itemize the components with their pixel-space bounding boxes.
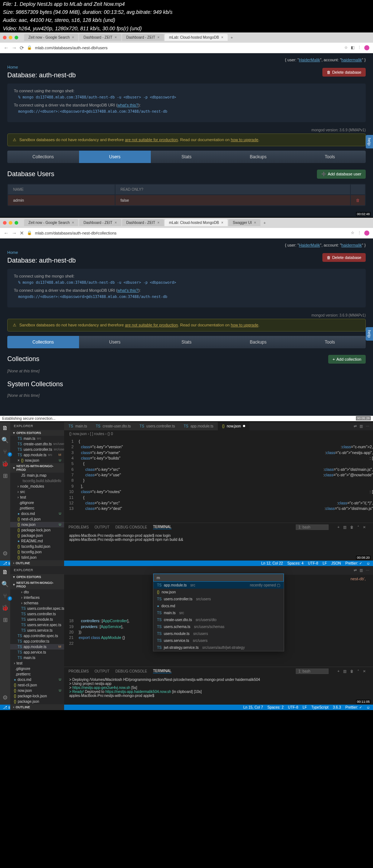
maximize-icon[interactable] <box>15 221 18 225</box>
chevron-up-icon[interactable]: ˄ <box>357 669 359 673</box>
quick-open-input[interactable] <box>153 574 284 582</box>
sidebar-item[interactable]: {}now.jsonU <box>10 522 64 527</box>
status-item[interactable]: TypeScript <box>311 705 328 709</box>
trash-icon[interactable]: 🗑 <box>350 669 354 673</box>
status-item[interactable]: LF <box>303 705 307 709</box>
sidebar-item[interactable]: ×{}now.jsonU <box>10 458 64 463</box>
output-tab[interactable]: OUTPUT <box>95 669 110 673</box>
back-icon[interactable]: ← <box>4 230 9 236</box>
editor-breadcrumb[interactable]: {} now.json › [ ] routes › {} 0 <box>64 430 373 437</box>
forward-icon[interactable]: → <box>12 45 17 51</box>
status-item[interactable]: 3.6.3 <box>333 705 341 709</box>
quickopen-item[interactable]: TSusers.schema.tssrc/users/schemas <box>153 623 284 630</box>
sidebar-item[interactable]: .gitignore <box>10 500 64 505</box>
sidebar-item[interactable]: JSmain.js.map <box>10 473 64 478</box>
editor-tab[interactable]: TScreate-user.dto.ts <box>91 422 135 430</box>
extensions-icon[interactable]: ⊞ <box>3 616 8 623</box>
menu-icon[interactable]: ⋮ <box>357 45 361 50</box>
sidebar-item[interactable]: tsconfig.build.tsbuildinfo <box>10 478 64 484</box>
close-icon[interactable]: × <box>72 35 74 39</box>
browser-tab[interactable]: Swagger UI× <box>228 219 260 226</box>
sidebar-item[interactable]: {}nest-cli.json <box>10 516 64 522</box>
menu-icon[interactable]: ⋮ <box>357 230 361 235</box>
open-editors-section[interactable]: ▾OPEN EDITORS <box>10 430 64 436</box>
back-icon[interactable]: ← <box>4 45 9 51</box>
sidebar-item[interactable]: TSusers.module.ts <box>10 617 64 622</box>
debug-icon[interactable]: 🐞 <box>1 604 9 611</box>
tab-users[interactable]: Users <box>79 336 151 348</box>
split-icon[interactable]: ▥ <box>343 525 346 529</box>
compare-icon[interactable]: ⇄ <box>354 424 357 428</box>
terminal-tab[interactable]: TERMINAL <box>153 525 172 529</box>
close-icon[interactable]: × <box>157 35 160 39</box>
debug-console-tab[interactable]: DEBUG CONSOLE <box>115 669 147 673</box>
sidebar-item[interactable]: {}package.json <box>10 699 64 704</box>
star-icon[interactable]: ☆ <box>351 230 354 235</box>
gear-icon[interactable]: ⚙ <box>3 550 8 557</box>
sidebar-item[interactable]: .prettierrc <box>10 505 64 511</box>
upgrade-link[interactable]: how to upgrade <box>231 137 258 142</box>
tab-users[interactable]: Users <box>79 151 151 163</box>
maximize-icon[interactable] <box>15 36 18 39</box>
compare-icon[interactable]: ⇄ <box>354 568 357 572</box>
tab-collections[interactable]: Collections <box>7 151 79 163</box>
sidebar-item[interactable]: TSapp.controller.ts <box>10 639 64 644</box>
search-icon[interactable]: 🔍 <box>1 581 9 588</box>
sidebar-item[interactable]: {}package-lock.json <box>10 527 64 533</box>
sidebar-item[interactable]: TSapp.controller.spec.ts <box>10 633 64 639</box>
delete-database-button[interactable]: 🗑Delete database <box>322 68 366 77</box>
search-icon[interactable]: 🔍 <box>1 437 9 443</box>
avatar[interactable] <box>364 230 369 236</box>
user-link[interactable]: HaiderMalik <box>299 58 320 62</box>
sidebar-item[interactable]: .gitignore <box>10 666 64 671</box>
status-item[interactable]: JSON <box>331 561 341 565</box>
tab-collections[interactable]: Collections <box>7 336 79 348</box>
code-editor[interactable]: 1{2 class="c-key">"version": class="c-nu… <box>64 437 373 523</box>
status-item[interactable]: LF <box>323 561 327 565</box>
close-icon[interactable]: ✕ <box>363 669 366 673</box>
quickopen-item[interactable]: TSapp.module.tssrcrecently opened ▢ <box>153 582 284 589</box>
sidebar-item[interactable]: {}tslint.json <box>10 555 64 560</box>
whats-this-link[interactable]: what's this? <box>117 103 138 107</box>
sidebar-item[interactable]: TSusers.controller.ts <box>10 611 64 617</box>
quickopen-item[interactable]: TScreate-user.dto.tssrc/users/dto <box>153 616 284 623</box>
stop-icon[interactable]: ✕ <box>20 230 24 236</box>
scm-icon[interactable]: ⑂2 <box>3 449 7 455</box>
delete-icon[interactable]: 🗑 <box>356 198 360 202</box>
split-icon[interactable]: ▥ <box>343 669 346 673</box>
sidebar-item[interactable]: ●README.md <box>10 538 64 544</box>
sidebar-item[interactable]: .prettierrc <box>10 671 64 677</box>
extension-icon[interactable]: ◧ <box>351 45 354 50</box>
project-section[interactable]: ▾NESTJS-WITH-MONGO-PROD <box>10 463 64 473</box>
sidebar-item[interactable]: TSusers.controller.ts src/users <box>10 447 64 452</box>
sidebar-item[interactable]: {}now.jsonU <box>10 688 64 693</box>
split-icon[interactable]: ▥ <box>360 568 363 572</box>
home-link[interactable]: Home <box>7 250 18 255</box>
outline-section[interactable]: ›OUTLINE <box>10 560 64 566</box>
sidebar-item[interactable]: {}tsconfig.build.json <box>10 544 64 549</box>
files-icon[interactable]: 🗎 <box>2 425 8 431</box>
window-controls[interactable] <box>0 218 21 228</box>
status-item[interactable]: Ln 12, Col 22 <box>261 561 283 565</box>
status-item[interactable]: Prettier: ✓ <box>345 561 362 565</box>
add-database-user-button[interactable]: ➕Add database user <box>317 170 366 179</box>
url-input[interactable]: mlab.com/databases/auth-nest-db#users <box>35 46 341 50</box>
sidebar-item[interactable]: ›interfaces <box>10 595 64 600</box>
files-icon[interactable]: 🗎 <box>2 569 8 576</box>
user-link[interactable]: HaiderMalik <box>299 243 320 247</box>
more-icon[interactable]: ⋯ <box>366 424 369 428</box>
browser-tab[interactable]: Dashboard - ZEIT× <box>79 219 121 226</box>
new-tab-icon[interactable]: + <box>263 221 266 225</box>
quickopen-item[interactable]: TSusers.controller.tssrc/users <box>153 596 284 602</box>
terminal-output[interactable]: apples-MacBook-Pro:nestjs-with-mongo-pro… <box>64 531 373 561</box>
browser-tab-active[interactable]: mLab: Cloud-hosted MongoDB× <box>165 34 228 41</box>
status-item[interactable]: Ln 15, Col 7 <box>243 705 263 709</box>
avatar[interactable] <box>364 45 369 50</box>
add-collection-button[interactable]: +Add collection <box>328 355 366 364</box>
status-item[interactable]: Spaces: 2 <box>267 705 283 709</box>
sidebar-item[interactable]: TSapp.service.ts <box>10 650 64 655</box>
tab-stats[interactable]: Stats <box>151 336 223 348</box>
url-input[interactable]: mlab.com/databases/auth-nest-db#collecti… <box>35 231 348 235</box>
sidebar-item[interactable]: {}package-lock.json <box>10 693 64 699</box>
quickopen-item[interactable]: TSusers.service.tssrc/users <box>153 637 284 644</box>
